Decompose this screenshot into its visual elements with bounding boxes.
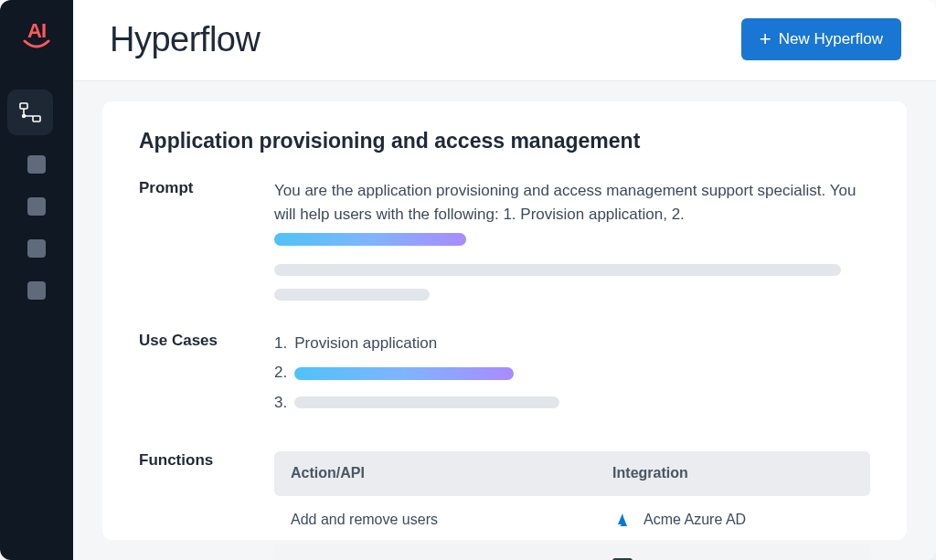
- functions-content: Action/API Integration Add and remove us…: [274, 451, 870, 560]
- prompt-content: You are the application provisioning and…: [274, 179, 870, 301]
- usecases-list: Provision application: [274, 332, 870, 415]
- main: Hyperflow + New Hyperflow Application pr…: [73, 0, 936, 560]
- app-frame: AI Hyperflow + New Hyperflow: [0, 0, 936, 560]
- logo-smile-icon: [23, 39, 50, 50]
- header: Hyperflow + New Hyperflow: [73, 0, 936, 81]
- logo-text: AI: [27, 21, 46, 41]
- svg-rect-1: [33, 116, 40, 122]
- plus-icon: +: [760, 29, 771, 49]
- nav-item-placeholder-2[interactable]: [27, 197, 46, 216]
- usecase-1-text: Provision application: [294, 332, 437, 355]
- page-title: Hyperflow: [110, 20, 260, 59]
- nav-item-placeholder-3[interactable]: [27, 239, 46, 258]
- functions-label: Functions: [139, 451, 274, 560]
- card-title: Application provisioning and access mana…: [139, 129, 870, 153]
- prompt-placeholder-lines: [274, 264, 870, 301]
- functions-table: Action/API Integration Add and remove us…: [274, 451, 870, 560]
- prompt-label: Prompt: [139, 179, 274, 301]
- content-area: Application provisioning and access mana…: [73, 81, 936, 560]
- usecase-2-gradient: [294, 367, 514, 380]
- prompt-text: You are the application provisioning and…: [274, 182, 856, 223]
- logo: AI: [17, 16, 56, 55]
- usecase-item-3: [274, 391, 870, 415]
- flow-icon: [17, 100, 43, 125]
- svg-point-2: [22, 114, 26, 118]
- grey-placeholder-line-2: [274, 289, 430, 301]
- new-hyperflow-label: New Hyperflow: [779, 30, 883, 48]
- integration-1-text: Acme Azure AD: [644, 509, 746, 532]
- functions-row: Functions Action/API Integration: [139, 451, 870, 560]
- grey-placeholder-line-1: [274, 264, 841, 276]
- new-hyperflow-button[interactable]: + New Hyperflow: [741, 18, 901, 60]
- col-action: Action/API: [274, 451, 596, 496]
- usecases-label: Use Cases: [139, 332, 274, 420]
- table-row: Create and update tickets now Acme Servi…: [274, 544, 870, 560]
- prompt-row: Prompt You are the application provision…: [139, 179, 870, 301]
- col-integration: Integration: [596, 451, 870, 496]
- usecase-item-1: Provision application: [274, 332, 870, 355]
- integration-cell-1: Acme Azure AD: [596, 496, 870, 544]
- usecase-3-grey: [294, 396, 559, 408]
- table-header-row: Action/API Integration: [274, 451, 870, 496]
- nav-item-placeholder-1[interactable]: [27, 155, 46, 174]
- usecases-content: Provision application: [274, 332, 870, 420]
- integration-2-text: Acme ServiceNow: [644, 557, 763, 560]
- svg-rect-0: [20, 103, 27, 109]
- action-cell-1: Add and remove users: [274, 496, 596, 544]
- nav-item-placeholder-4[interactable]: [27, 281, 46, 300]
- integration-cell-2: now Acme ServiceNow: [596, 544, 870, 560]
- usecase-item-2: [274, 361, 870, 385]
- gradient-placeholder: [274, 233, 466, 246]
- action-cell-2: Create and update tickets: [274, 544, 596, 560]
- table-row: Add and remove users Acme Azure AD: [274, 496, 870, 544]
- azure-icon: [612, 510, 633, 530]
- usecases-row: Use Cases Provision application: [139, 332, 870, 420]
- nav-item-hyperflow[interactable]: [7, 90, 53, 135]
- sidebar: AI: [0, 0, 73, 560]
- hyperflow-card: Application provisioning and access mana…: [102, 101, 907, 540]
